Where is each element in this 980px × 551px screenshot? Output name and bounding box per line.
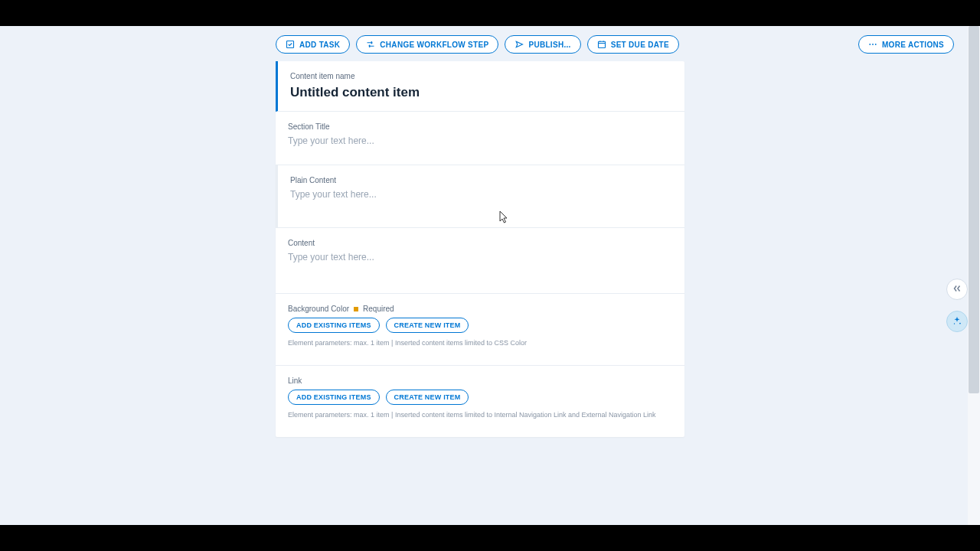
side-buttons [946, 279, 968, 332]
bg-hint-text: Element parameters: max. 1 item | Insert… [288, 339, 672, 347]
set-due-date-button[interactable]: SET DUE DATE [587, 35, 679, 54]
bg-add-existing-button[interactable]: ADD EXISTING ITEMS [288, 318, 380, 333]
section-title-label: Section Title [288, 122, 672, 131]
bottom-black-bar [0, 525, 980, 551]
publish-button[interactable]: PUBLISH... [505, 35, 580, 54]
content-area: ADD TASK CHANGE WORKFLOW STEP PUBLISH...… [0, 26, 968, 525]
plain-content-field: Plain Content Type your text here... [276, 165, 684, 228]
add-task-label: ADD TASK [299, 41, 340, 49]
set-due-date-label: SET DUE DATE [611, 41, 669, 49]
content-card: Content item name Untitled content item … [276, 61, 684, 437]
content-item-name-value[interactable]: Untitled content item [290, 85, 672, 100]
svg-point-3 [872, 44, 874, 45]
change-workflow-label: CHANGE WORKFLOW STEP [380, 41, 488, 49]
ai-assist-button[interactable] [946, 311, 968, 332]
section-title-input[interactable]: Type your text here... [288, 135, 672, 146]
svg-rect-1 [598, 41, 605, 47]
sparkle-icon [952, 315, 962, 328]
collapse-panel-button[interactable] [946, 279, 968, 300]
link-label: Link [288, 377, 672, 385]
calendar-icon [597, 40, 606, 49]
chevron-left-icon [952, 283, 962, 296]
content-label: Content [288, 239, 672, 247]
content-item-name-label: Content item name [290, 72, 672, 80]
link-field: Link ADD EXISTING ITEMS CREATE NEW ITEM … [276, 366, 684, 437]
publish-icon [514, 40, 524, 49]
plain-content-label: Plain Content [290, 176, 672, 184]
link-add-existing-button[interactable]: ADD EXISTING ITEMS [288, 390, 380, 405]
link-hint-text: Element parameters: max. 1 item | Insert… [288, 411, 672, 419]
required-text: Required [363, 305, 394, 313]
toolbar: ADD TASK CHANGE WORKFLOW STEP PUBLISH...… [276, 26, 968, 61]
plain-content-input[interactable]: Type your text here... [290, 189, 672, 200]
more-icon [868, 40, 877, 49]
add-task-icon [286, 40, 295, 49]
bg-create-new-button[interactable]: CREATE NEW ITEM [386, 318, 469, 333]
svg-point-6 [954, 323, 955, 324]
more-actions-button[interactable]: MORE ACTIONS [858, 35, 954, 54]
required-indicator-icon [354, 307, 358, 311]
svg-point-4 [875, 44, 877, 45]
content-input[interactable]: Type your text here... [288, 252, 672, 262]
svg-point-5 [959, 322, 961, 324]
change-workflow-button[interactable]: CHANGE WORKFLOW STEP [356, 35, 498, 54]
scrollbar-track[interactable] [968, 26, 980, 525]
background-color-label: Background Color [288, 305, 349, 313]
scrollbar-thumb[interactable] [969, 26, 979, 393]
content-field: Content Type your text here... [276, 228, 684, 294]
background-color-field: Background Color Required ADD EXISTING I… [276, 294, 684, 366]
header-section: Content item name Untitled content item [276, 61, 684, 112]
publish-label: PUBLISH... [528, 41, 570, 49]
section-title-field: Section Title Type your text here... [276, 112, 684, 165]
top-black-bar [0, 0, 980, 26]
add-task-button[interactable]: ADD TASK [276, 35, 350, 54]
workflow-icon [366, 40, 375, 49]
more-actions-label: MORE ACTIONS [882, 41, 944, 49]
svg-point-2 [869, 44, 871, 45]
link-create-new-button[interactable]: CREATE NEW ITEM [386, 390, 469, 405]
